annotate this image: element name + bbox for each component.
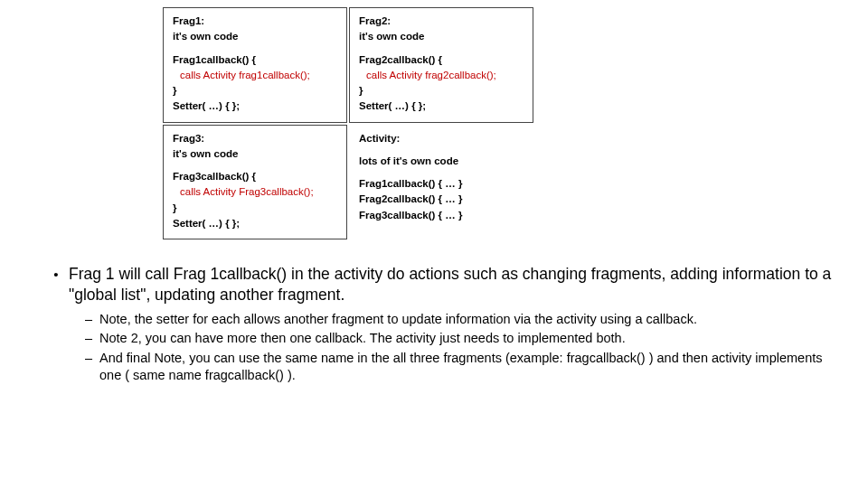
bullet-main-text: Frag 1 will call Frag 1callback() in the…: [69, 264, 832, 305]
activity-title: Activity:: [359, 131, 524, 146]
bullet-sub1-text: Note, the setter for each allows another…: [99, 311, 697, 328]
frag1-call: calls Activity frag1callback();: [173, 68, 337, 83]
frag2-cbhead: Frag2callback() {: [359, 52, 524, 68]
frag2-title: Frag2:: [359, 14, 524, 29]
frag2-call: calls Activity frag2callback();: [359, 68, 524, 83]
diagram-grid: Frag1: it's own code Frag1callback() { c…: [163, 7, 533, 239]
frag3-cbhead: Frag3callback() {: [173, 169, 337, 184]
bullet-dash-icon: –: [78, 311, 99, 328]
frag2-close: }: [359, 83, 524, 99]
frag2-setter: Setter( …) { };: [359, 99, 524, 114]
frag3-setter: Setter( …) { };: [173, 216, 337, 231]
bullet-dash-icon: –: [78, 350, 99, 384]
bullet-sub1: – Note, the setter for each allows anoth…: [78, 311, 832, 328]
frag3-call: calls Activity Frag3callback();: [173, 184, 337, 200]
frag1-own: it's own code: [173, 29, 337, 44]
frag1-title: Frag1:: [173, 14, 337, 29]
frag1-setter: Setter( …) { };: [173, 99, 337, 114]
frag3-close: }: [173, 201, 337, 216]
bullet-sub3: – And final Note, you can use the same n…: [78, 350, 832, 384]
activity-cb1: Frag1callback() { … }: [359, 176, 524, 192]
bullet-main: • Frag 1 will call Frag 1callback() in t…: [43, 264, 832, 305]
frag1-close: }: [173, 83, 337, 99]
frag1-box: Frag1: it's own code Frag1callback() { c…: [163, 7, 347, 123]
bullet-sub3-text: And final Note, you can use the same nam…: [99, 350, 832, 384]
bullet-sub2: – Note 2, you can have more then one cal…: [78, 330, 832, 347]
frag2-own: it's own code: [359, 29, 524, 44]
bullet-dot-icon: •: [43, 264, 69, 305]
activity-cb3: Frag3callback() { … }: [359, 208, 524, 223]
activity-box: Activity: lots of it's own code Frag1cal…: [349, 125, 533, 240]
bullet-sub2-text: Note 2, you can have more then one callb…: [99, 330, 626, 347]
frag2-box: Frag2: it's own code Frag2callback() { c…: [349, 7, 533, 123]
frag1-cbhead: Frag1callback() {: [173, 52, 337, 68]
bullet-dash-icon: –: [78, 330, 99, 347]
frag3-own: it's own code: [173, 146, 337, 162]
activity-cb2: Frag2callback() { … }: [359, 192, 524, 207]
frag3-box: Frag3: it's own code Frag3callback() { c…: [163, 125, 347, 240]
notes-block: • Frag 1 will call Frag 1callback() in t…: [43, 264, 832, 387]
activity-own: lots of it's own code: [359, 154, 524, 169]
frag3-title: Frag3:: [173, 131, 337, 146]
